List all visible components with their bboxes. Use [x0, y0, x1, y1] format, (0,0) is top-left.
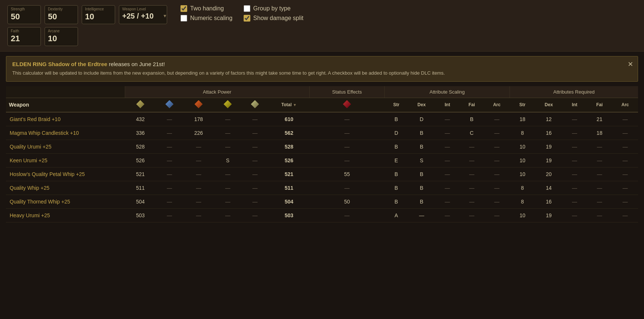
show-damage-split-checkbox[interactable] [244, 15, 250, 22]
total-dmg: 526 [269, 153, 309, 167]
two-handing-checkbox[interactable] [180, 5, 187, 12]
req-arc: — [612, 140, 638, 153]
phys-dmg: 526 [125, 153, 156, 167]
sc-str: D [384, 126, 408, 140]
table-row[interactable]: Quality Thorned Whip +25 504 — — — — 504… [6, 195, 638, 208]
strength-input[interactable] [11, 12, 38, 22]
sc-arc: — [484, 112, 510, 126]
total-dmg: 503 [269, 208, 309, 222]
req-dex-col-header: Dex [535, 98, 562, 112]
holy-dmg: — [241, 167, 269, 181]
req-str: 8 [510, 181, 535, 195]
req-fai-col-header: Fai [587, 98, 612, 112]
table-row[interactable]: Quality Whip +25 511 — — — — 511 — B B —… [6, 181, 638, 195]
req-dex: 12 [535, 112, 562, 126]
group-by-type-label: Group by type [253, 5, 291, 12]
intelligence-input[interactable] [85, 12, 112, 22]
weapon-level-select[interactable]: +25 / +10 +25 +10 +0 [122, 12, 161, 20]
sc-int: — [435, 208, 460, 222]
total-col-header[interactable]: Total ▼ [269, 98, 309, 112]
total-dmg: 511 [269, 181, 309, 195]
weapons-tbody: Giant's Red Braid +10 432 — 178 — — 610 … [6, 112, 638, 222]
weapon-name[interactable]: Keen Urumi +25 [6, 153, 125, 167]
phys-dmg: 432 [125, 112, 156, 126]
req-arc: — [612, 126, 638, 140]
weapon-name[interactable]: Quality Urumi +25 [6, 140, 125, 153]
faith-input[interactable] [11, 34, 38, 43]
table-row[interactable]: Heavy Urumi +25 503 — — — — 503 — A — — … [6, 208, 638, 222]
dexterity-field[interactable]: Dexterity [45, 5, 78, 24]
req-str: 18 [510, 112, 535, 126]
weapon-level-field[interactable]: Weapon Level +25 / +10 +25 +10 +0 ▼ [119, 5, 167, 24]
table-row[interactable]: Keen Urumi +25 526 — — S — 526 — E S — —… [6, 153, 638, 167]
arcane-input[interactable] [48, 34, 75, 43]
weapon-level-label: Weapon Level [122, 7, 164, 11]
sc-arc: — [484, 208, 510, 222]
weapon-group-header [6, 86, 125, 98]
fire-dmg-icon [195, 100, 203, 108]
weapon-col-header: Weapon [6, 98, 125, 112]
req-dex: 16 [535, 195, 562, 208]
table-row[interactable]: Giant's Red Braid +10 432 — 178 — — 610 … [6, 112, 638, 126]
weapon-name[interactable]: Quality Thorned Whip +25 [6, 195, 125, 208]
sc-arc: — [484, 153, 510, 167]
req-int: — [562, 181, 587, 195]
status-effect: — [309, 140, 384, 153]
numeric-scaling-checkbox[interactable] [180, 15, 187, 22]
sc-int-col-header: Int [435, 98, 460, 112]
banner-close-button[interactable]: ✕ [628, 60, 633, 68]
holy-dmg: — [241, 126, 269, 140]
numeric-scaling-checkbox-item[interactable]: Numeric scaling [180, 15, 232, 22]
magic-dmg: — [156, 195, 183, 208]
req-arc: — [612, 181, 638, 195]
weapon-name[interactable]: Hoslow's Quality Petal Whip +25 [6, 167, 125, 181]
fire-dmg: — [183, 181, 214, 195]
phys-dmg-icon [136, 100, 144, 108]
weapon-name[interactable]: Heavy Urumi +25 [6, 208, 125, 222]
stat-inputs: Strength Dexterity Intelligence Weapon L… [7, 5, 167, 46]
sc-dex: B [408, 181, 435, 195]
arcane-field[interactable]: Arcane [45, 27, 78, 46]
req-fai: — [587, 153, 612, 167]
table-row[interactable]: Hoslow's Quality Petal Whip +25 521 — — … [6, 167, 638, 181]
req-dex: 20 [535, 167, 562, 181]
weapon-name[interactable]: Magma Whip Candlestick +10 [6, 126, 125, 140]
magic-dmg: — [156, 126, 183, 140]
strength-field[interactable]: Strength [7, 5, 41, 24]
group-by-type-checkbox[interactable] [244, 5, 250, 12]
holy-dmg: — [241, 112, 269, 126]
total-dmg: 528 [269, 140, 309, 153]
dexterity-input[interactable] [48, 12, 75, 22]
status-effect: — [309, 181, 384, 195]
req-fai: — [587, 181, 612, 195]
fire-dmg: — [183, 167, 214, 181]
holy-dmg-col-header [241, 98, 269, 112]
req-fai: 18 [587, 126, 612, 140]
sc-str: B [384, 112, 408, 126]
req-int: — [562, 153, 587, 167]
req-int: — [562, 167, 587, 181]
faith-field[interactable]: Faith [7, 27, 41, 46]
intelligence-field[interactable]: Intelligence [82, 5, 115, 24]
weapons-table-container: Attack Power Status Effects Attribute Sc… [6, 86, 638, 222]
weapon-name[interactable]: Quality Whip +25 [6, 181, 125, 195]
phys-dmg: 528 [125, 140, 156, 153]
weapon-name[interactable]: Giant's Red Braid +10 [6, 112, 125, 126]
lightning-dmg-icon [224, 100, 232, 108]
sc-str: B [384, 167, 408, 181]
banner-highlight: ELDEN RING Shadow of the Erdtree [12, 61, 107, 67]
two-handing-checkbox-item[interactable]: Two handing [180, 5, 232, 12]
table-row[interactable]: Quality Urumi +25 528 — — — — 528 — B B … [6, 140, 638, 153]
sc-fai: — [459, 195, 484, 208]
sc-int: — [435, 126, 460, 140]
magic-dmg-icon [165, 100, 173, 108]
req-int: — [562, 126, 587, 140]
table-row[interactable]: Magma Whip Candlestick +10 336 — 226 — —… [6, 126, 638, 140]
req-arc-col-header: Arc [612, 98, 638, 112]
sc-arc: — [484, 167, 510, 181]
group-by-type-checkbox-item[interactable]: Group by type [244, 5, 303, 12]
req-arc: — [612, 112, 638, 126]
show-damage-split-checkbox-item[interactable]: Show damage split [244, 15, 303, 22]
two-handing-label: Two handing [190, 5, 224, 12]
attributes-required-header: Attributes Required [510, 86, 638, 98]
